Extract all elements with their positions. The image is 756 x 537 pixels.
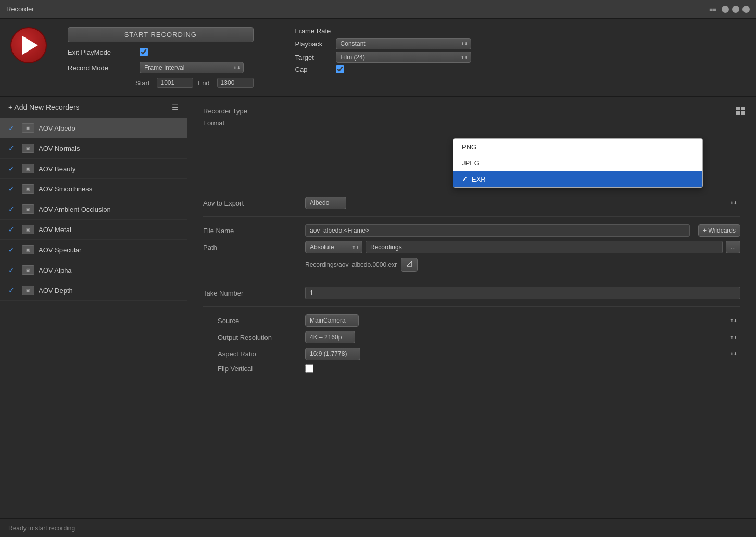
window-title: Recorder	[6, 5, 34, 13]
flip-vertical-row: Flip Vertical	[203, 364, 740, 373]
record-icon	[10, 27, 47, 63]
path-type-dropdown[interactable]: Absolute Relative	[305, 241, 362, 253]
take-number-input[interactable]	[305, 287, 740, 299]
recorder-type-icon: ▣	[22, 184, 34, 194]
open-folder-button[interactable]	[401, 258, 418, 272]
aov-export-dropdown[interactable]: Albedo Normals Beauty	[305, 197, 346, 209]
cap-checkbox[interactable]	[336, 65, 344, 73]
source-dropdown[interactable]: MainCamera Camera 2	[305, 314, 359, 327]
flip-vertical-checkbox[interactable]	[305, 364, 313, 373]
target-label: Target	[295, 54, 332, 61]
output-res-dropdown[interactable]: 4K – 2160p 1080p 720p	[305, 331, 355, 343]
reorder-icon[interactable]	[735, 105, 746, 117]
format-dropdown-overlay[interactable]: PNG JPEG ✓ EXR	[453, 138, 703, 188]
separator-2	[203, 279, 740, 279]
start-recording-button[interactable]: START RECORDING	[68, 27, 254, 42]
playback-dropdown-wrapper: Constant Variable	[336, 38, 471, 49]
source-row: Source MainCamera Camera 2	[203, 314, 740, 327]
recorder-type-icon: ▣	[22, 265, 34, 275]
full-path-display: Recordings/aov_albedo.0000.exr	[305, 258, 418, 272]
format-option-jpeg[interactable]: JPEG	[453, 155, 702, 171]
path-row: Path Absolute Relative Recordings ...	[203, 241, 740, 253]
exit-playmode-row: Exit PlayMode	[68, 46, 254, 58]
recorder-name: AOV Depth	[39, 287, 73, 295]
check-icon: ✓	[8, 185, 18, 193]
maximize-button[interactable]	[732, 6, 739, 13]
aov-export-row: Aov to Export Albedo Normals Beauty	[203, 197, 740, 209]
path-folder-value: Recordings	[366, 241, 723, 253]
check-icon: ✓	[8, 164, 18, 173]
frame-rate-section: Frame Rate Playback Constant Variable Ta…	[295, 27, 471, 75]
main-content: + Add New Recorders ☰ ✓ ▣ AOV Albedo ✓ ▣…	[0, 97, 756, 513]
separator-3	[203, 306, 740, 307]
selected-check-icon: ✓	[462, 175, 468, 183]
output-res-row: Output Resolution 4K – 2160p 1080p 720p	[203, 331, 740, 343]
status-text: Ready to start recording	[8, 525, 75, 532]
check-icon: ✓	[8, 246, 18, 254]
exit-playmode-label: Exit PlayMode	[68, 48, 135, 56]
full-path-row: Recordings/aov_albedo.0000.exr	[203, 258, 740, 272]
check-icon: ✓	[8, 225, 18, 234]
cap-row: Cap	[295, 65, 471, 73]
window-controls: ≡≡	[709, 6, 750, 13]
recorder-type-icon: ▣	[22, 144, 34, 153]
minimize-button[interactable]	[722, 6, 729, 13]
recorder-item[interactable]: ✓ ▣ AOV Albedo	[0, 118, 187, 138]
recorder-item[interactable]: ✓ ▣ AOV Depth	[0, 280, 187, 301]
close-button[interactable]	[742, 6, 750, 13]
recorder-name: AOV Albedo	[39, 124, 75, 132]
recorder-item[interactable]: ✓ ▣ AOV Smoothness	[0, 179, 187, 199]
source-dropdown-wrapper: MainCamera Camera 2	[305, 314, 740, 327]
form-fields: Aov to Export Albedo Normals Beauty File…	[203, 197, 740, 373]
wildcards-button[interactable]: + Wildcards	[698, 224, 740, 237]
separator	[203, 216, 740, 217]
top-controls: START RECORDING Exit PlayMode Record Mod…	[68, 27, 254, 88]
flip-vertical-label: Flip Vertical	[203, 365, 297, 373]
status-bar: Ready to start recording	[0, 518, 756, 537]
recorder-item[interactable]: ✓ ▣ AOV Alpha	[0, 260, 187, 280]
add-recorders-button[interactable]: + Add New Recorders	[8, 103, 80, 111]
recorder-name: AOV Ambient Occlusion	[39, 206, 111, 213]
browse-button[interactable]: ...	[726, 241, 740, 253]
playback-row: Playback Constant Variable	[295, 38, 471, 49]
recorder-item[interactable]: ✓ ▣ AOV Normals	[0, 138, 187, 159]
recorder-name: AOV Smoothness	[39, 185, 92, 193]
list-icon: ≡≡	[709, 6, 716, 13]
aspect-ratio-dropdown-wrapper: 16:9 (1.7778) 4:3 (1.3333)	[305, 348, 740, 360]
target-row: Target Film (24) PAL (25) NTSC (30) 60 f…	[295, 52, 471, 63]
recorder-type-icon: ▣	[22, 286, 34, 295]
svg-rect-1	[741, 107, 745, 110]
filename-label: File Name	[203, 227, 297, 235]
filename-input[interactable]	[305, 224, 690, 237]
record-mode-dropdown[interactable]: Frame Interval Manual Single Frame	[140, 62, 244, 73]
recorder-item[interactable]: ✓ ▣ AOV Ambient Occlusion	[0, 199, 187, 220]
recorder-type-icon: ▣	[22, 245, 34, 254]
top-section: START RECORDING Exit PlayMode Record Mod…	[0, 19, 756, 97]
recorder-type-format-section: Recorder Type Format PNG JPEG ✓ EXR	[203, 107, 740, 127]
frame-rate-title: Frame Rate	[295, 27, 471, 35]
format-label: Format	[203, 119, 297, 127]
end-label: End	[197, 79, 209, 87]
full-path-text: Recordings/aov_albedo.0000.exr	[305, 261, 397, 268]
check-icon: ✓	[8, 124, 18, 132]
recorder-name: AOV Normals	[39, 145, 80, 152]
recorder-type-icon: ▣	[22, 164, 34, 173]
exit-playmode-checkbox[interactable]	[140, 48, 148, 56]
format-option-exr[interactable]: ✓ EXR	[453, 171, 702, 187]
svg-rect-0	[736, 107, 740, 110]
recorder-item[interactable]: ✓ ▣ AOV Specular	[0, 240, 187, 260]
recorder-type-icon: ▣	[22, 123, 34, 133]
recorder-item[interactable]: ✓ ▣ AOV Metal	[0, 220, 187, 240]
output-res-label: Output Resolution	[203, 334, 297, 341]
check-icon: ✓	[8, 266, 18, 274]
format-option-png[interactable]: PNG	[453, 139, 702, 155]
playback-dropdown[interactable]: Constant Variable	[336, 38, 471, 49]
recorder-item[interactable]: ✓ ▣ AOV Beauty	[0, 159, 187, 179]
end-frame-input[interactable]: 1300	[217, 78, 254, 88]
sidebar-menu-icon[interactable]: ☰	[172, 103, 179, 111]
aspect-ratio-dropdown[interactable]: 16:9 (1.7778) 4:3 (1.3333)	[305, 348, 360, 360]
recorder-type-label: Recorder Type	[203, 107, 297, 115]
target-dropdown[interactable]: Film (24) PAL (25) NTSC (30) 60 fps	[336, 52, 471, 63]
record-mode-dropdown-wrapper: Frame Interval Manual Single Frame	[140, 62, 244, 73]
start-frame-input[interactable]: 1001	[157, 78, 193, 88]
